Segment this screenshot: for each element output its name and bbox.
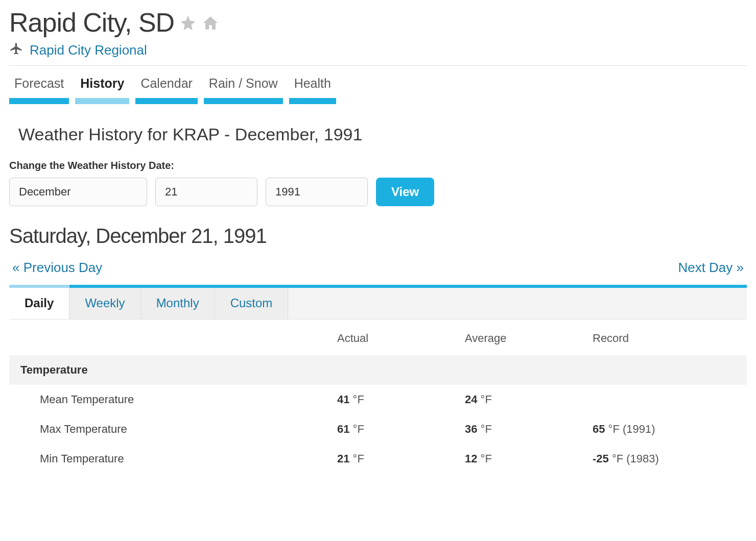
nav-tab-rain-snow[interactable]: Rain / Snow [204, 73, 283, 104]
day-select[interactable]: 21 [155, 178, 257, 206]
metric-average: 36 °F [459, 414, 586, 444]
month-select[interactable]: December [9, 178, 147, 206]
next-day-link[interactable]: Next Day » [678, 260, 744, 276]
previous-day-link[interactable]: « Previous Day [12, 260, 102, 276]
main-nav: Forecast History Calendar Rain / Snow He… [9, 73, 747, 104]
metric-actual: 41 °F [331, 385, 459, 414]
airport-link[interactable]: Rapid City Regional [30, 42, 147, 58]
location-title: Rapid City, SD [9, 7, 219, 38]
favorite-star-icon[interactable] [179, 7, 197, 38]
period-tab-daily[interactable]: Daily [9, 285, 69, 319]
col-header-record: Record [586, 319, 747, 355]
nav-tab-health[interactable]: Health [289, 73, 336, 104]
table-row: Max Temperature 61 °F 36 °F 65 °F (1991) [9, 414, 747, 444]
period-tab-weekly[interactable]: Weekly [69, 288, 140, 319]
airport-plane-icon [9, 42, 23, 58]
metric-actual: 61 °F [331, 414, 459, 444]
date-selector-row: December 21 1991 View [9, 178, 747, 206]
view-button[interactable]: View [376, 178, 434, 206]
metric-actual: 21 °F [331, 444, 459, 474]
period-tabs-container: Daily Weekly Monthly Custom [9, 285, 747, 319]
change-date-label: Change the Weather History Date: [9, 160, 747, 171]
table-row: Mean Temperature 41 °F 24 °F [9, 385, 747, 414]
period-tab-custom[interactable]: Custom [215, 288, 289, 319]
col-header-average: Average [459, 319, 586, 355]
metric-label: Max Temperature [9, 414, 331, 444]
nav-tab-forecast[interactable]: Forecast [9, 73, 69, 104]
metric-label: Min Temperature [9, 444, 331, 474]
set-home-icon[interactable] [202, 7, 219, 38]
period-tab-monthly[interactable]: Monthly [141, 288, 215, 319]
metric-label: Mean Temperature [9, 385, 331, 414]
nav-tab-history[interactable]: History [75, 73, 129, 104]
section-temperature: Temperature [9, 355, 747, 385]
metric-average: 24 °F [459, 385, 586, 414]
metric-average: 12 °F [459, 444, 586, 474]
metric-record: -25 °F (1983) [586, 444, 747, 474]
table-row: Min Temperature 21 °F 12 °F -25 °F (1983… [9, 444, 747, 474]
nav-tab-calendar[interactable]: Calendar [135, 73, 197, 104]
col-header-actual: Actual [331, 319, 459, 355]
metric-record [586, 385, 747, 414]
weather-data-table: Actual Average Record Temperature Mean T… [9, 319, 747, 474]
day-heading: Saturday, December 21, 1991 [9, 225, 747, 248]
year-select[interactable]: 1991 [266, 178, 368, 206]
city-state-text: Rapid City, SD [9, 7, 174, 38]
metric-record: 65 °F (1991) [586, 414, 747, 444]
nav-divider [9, 65, 747, 66]
history-heading: Weather History for KRAP - December, 199… [18, 125, 747, 144]
